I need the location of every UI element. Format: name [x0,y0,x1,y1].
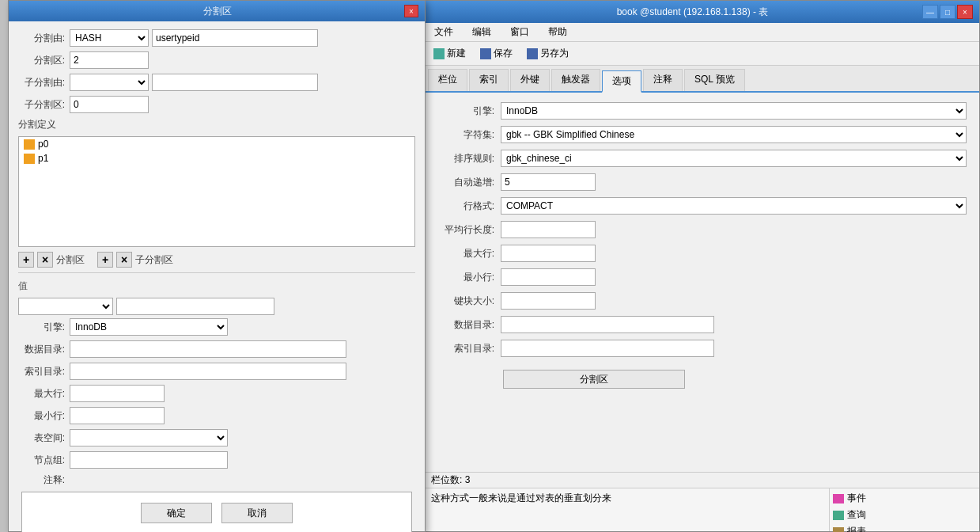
toolbar: 新建 保存 另存为 [425,42,979,66]
indexdir-input-lower[interactable] [70,363,346,380]
query-item[interactable]: 查询 [833,508,976,522]
charset-select[interactable]: gbk -- GBK Simplified Chinese [501,126,967,143]
tablespace-label: 表空间: [18,431,70,445]
tree-item-p1[interactable]: p1 [19,151,414,165]
query-icon [833,511,844,520]
save-as-button[interactable]: 另存为 [521,44,574,63]
tablespace-select[interactable] [70,429,228,446]
partby-input[interactable] [152,29,318,47]
tree-item-p0[interactable]: p0 [19,137,414,151]
subpartby-input[interactable] [152,74,318,91]
engine-row-lower: 引擎: InnoDB [18,318,415,336]
value-input-row [18,298,415,315]
save-label: 保存 [494,47,513,60]
tab-columns[interactable]: 栏位 [428,69,467,91]
subpartby-select[interactable] [70,74,149,91]
engine-row: 引擎: InnoDB [437,102,967,120]
rowformat-label: 行格式: [437,200,501,213]
menu-help[interactable]: 帮助 [542,24,573,40]
collation-label: 排序规则: [437,152,501,165]
bottom-sidebar: 事件 查询 报表 [829,488,979,531]
partby-label: 分割由: [18,32,70,45]
maxrow-row-lower: 最大行: [18,385,415,402]
keyblock-label: 键块大小: [437,294,501,308]
tree-label-p0: p0 [38,139,48,150]
def-section-label: 分割定义 [18,118,415,131]
tab-indexes[interactable]: 索引 [469,69,509,91]
partition-button[interactable]: 分割区 [503,370,685,389]
save-button[interactable]: 保存 [475,44,518,63]
add-partition-button[interactable]: + [18,252,34,268]
confirm-button[interactable]: 确定 [141,503,212,523]
charset-row: 字符集: gbk -- GBK Simplified Chinese [437,126,967,143]
main-titlebar: book @student (192.168.1.138) - 表 — □ × [425,1,979,23]
partitions-label: 分割区: [18,54,70,67]
minrow-input[interactable] [501,268,596,286]
minrow-row-lower: 最小行: [18,407,415,424]
remove-subpartition-button[interactable]: × [116,252,132,268]
subpartitions-input[interactable] [70,96,149,113]
partby-row: 分割由: HASH [18,29,415,47]
engine-select-lower[interactable]: InnoDB [70,318,228,336]
avgrow-row: 平均行长度: [437,221,967,238]
subpartition-section-bar: + × 子分割区 [97,252,173,268]
partition-btn-row: 分割区 [437,363,967,389]
maxrow-input[interactable] [501,245,596,262]
menu-edit[interactable]: 编辑 [466,24,498,40]
cancel-button[interactable]: 取消 [221,503,293,523]
event-item[interactable]: 事件 [833,492,976,505]
dialog-title: 分割区 [31,5,404,18]
dialog-close-button[interactable]: × [404,5,418,17]
keyblock-row: 键块大小: [437,292,967,310]
folder-icon-p0 [24,139,35,150]
datadir-input-lower[interactable] [70,340,346,358]
partby-select[interactable]: HASH [70,29,149,47]
indexdir-input[interactable] [501,340,714,357]
menu-file[interactable]: 文件 [428,24,460,40]
minrow-label: 最小行: [437,271,501,284]
charset-label: 字符集: [437,128,501,142]
statusbar: 栏位数: 3 [425,472,979,488]
report-icon [833,527,844,533]
query-label: 查询 [847,508,866,522]
maxrow-input-lower[interactable] [70,385,165,402]
nodegroup-label: 节点组: [18,454,70,467]
tab-triggers[interactable]: 触发器 [551,69,600,91]
engine-select[interactable]: InnoDB [501,102,967,120]
event-icon [833,494,844,504]
value-section: 值 引擎: InnoDB 数据目录: 索引目录: 最大行: [18,272,415,532]
value-select[interactable] [18,298,113,315]
remove-partition-button[interactable]: × [37,252,53,268]
close-button[interactable]: × [957,5,973,19]
tab-comments[interactable]: 注释 [643,69,683,91]
main-window-title: book @student (192.168.1.138) - 表 [463,6,922,19]
keyblock-input[interactable] [501,292,596,310]
rowformat-select[interactable]: COMPACT [501,197,967,215]
dialog-titlebar: 分割区 × [9,1,425,21]
value-input[interactable] [116,298,274,315]
save-as-label: 另存为 [540,47,569,60]
partition-section-label: 分割区 [56,253,85,267]
tab-sql-preview[interactable]: SQL 预览 [684,69,745,91]
autoincr-input[interactable] [501,173,596,191]
collation-select[interactable]: gbk_chinese_ci [501,150,967,167]
report-item[interactable]: 报表 [833,525,976,532]
minrow-row: 最小行: [437,268,967,286]
partitions-input[interactable] [70,51,149,69]
tabs-bar: 栏位 索引 外键 触发器 选项 注释 SQL 预览 [425,66,979,93]
nodegroup-input[interactable] [70,451,228,469]
maximize-button[interactable]: □ [940,5,955,19]
minimize-button[interactable]: — [922,5,938,19]
minrow-input-lower[interactable] [70,407,165,424]
add-subpartition-button[interactable]: + [97,252,113,268]
datadir-input[interactable] [501,316,714,333]
menu-window[interactable]: 窗口 [504,24,535,40]
tab-foreignkeys[interactable]: 外键 [510,69,550,91]
partition-dialog: 分割区 × 分割由: HASH 分割区: 子分割由: 子分割区: 分割定义 [8,0,426,532]
options-content: 引擎: InnoDB 字符集: gbk -- GBK Simplified Ch… [425,93,979,398]
tab-options[interactable]: 选项 [602,70,641,93]
new-button[interactable]: 新建 [428,44,471,63]
avgrow-input[interactable] [501,221,596,238]
collation-row: 排序规则: gbk_chinese_ci [437,150,967,167]
minrow-label-lower: 最小行: [18,409,70,423]
